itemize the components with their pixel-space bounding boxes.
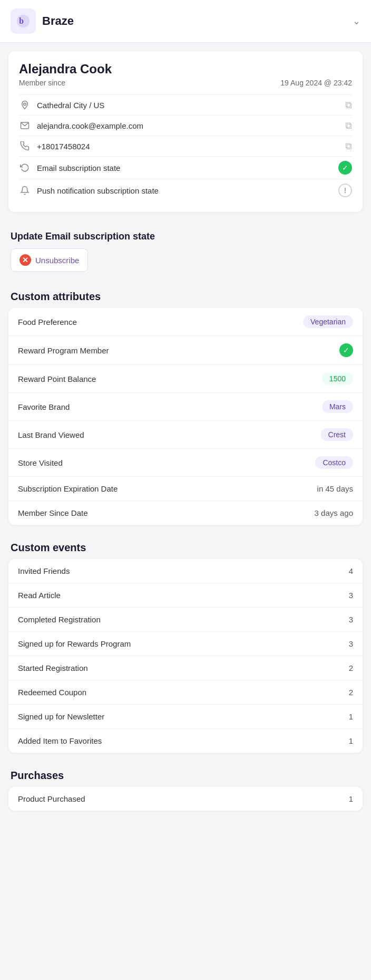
- attr-row-favorite-brand: Favorite Brand Mars: [8, 393, 363, 421]
- attr-label-reward-program: Reward Program Member: [18, 346, 109, 355]
- event-label-signed-up-newsletter: Signed up for Newsletter: [18, 712, 104, 721]
- member-since-row: Member since 19 Aug 2024 @ 23:42: [19, 79, 352, 87]
- copy-location-button[interactable]: ⧉: [345, 100, 352, 111]
- email-row: alejandra.cook@example.com ⧉: [19, 115, 352, 136]
- event-count-added-item-favorites: 1: [349, 736, 353, 745]
- attr-value-last-brand: Crest: [321, 428, 353, 441]
- event-count-invited-friends: 4: [349, 566, 353, 575]
- attr-value-favorite-brand: Mars: [322, 400, 353, 413]
- copy-phone-button[interactable]: ⧉: [345, 141, 352, 152]
- attr-label-favorite-brand: Favorite Brand: [18, 402, 70, 411]
- header-left: b Braze: [11, 8, 74, 34]
- event-count-read-article: 3: [349, 591, 353, 600]
- app-header: b Braze ⌄: [0, 0, 371, 43]
- location-icon: [19, 99, 31, 111]
- event-row-signed-up-rewards: Signed up for Rewards Program 3: [8, 632, 363, 656]
- event-row-started-registration: Started Registration 2: [8, 656, 363, 680]
- attr-row-food-preference: Food Preference Vegetarian: [8, 308, 363, 336]
- unsubscribe-icon: ✕: [19, 254, 31, 266]
- event-count-redeemed-coupon: 2: [349, 688, 353, 697]
- email-subscription-status: ✓: [338, 161, 352, 175]
- profile-card: Alejandra Cook Member since 19 Aug 2024 …: [8, 51, 363, 212]
- chevron-down-icon[interactable]: ⌄: [353, 15, 360, 27]
- event-label-invited-friends: Invited Friends: [18, 566, 70, 575]
- custom-events-title: Custom events: [0, 533, 371, 559]
- email-subscription-icon: [19, 162, 31, 174]
- purchases-list: Product Purchased 1: [8, 787, 363, 811]
- copy-email-button[interactable]: ⧉: [345, 120, 352, 131]
- push-subscription-text: Push notification subscription state: [37, 186, 159, 195]
- unsubscribe-label: Unsubscribe: [35, 256, 79, 265]
- event-label-completed-registration: Completed Registration: [18, 615, 101, 624]
- purchase-count-product: 1: [349, 794, 353, 803]
- attr-row-store-visited: Store Visited Costco: [8, 449, 363, 477]
- event-label-signed-up-rewards: Signed up for Rewards Program: [18, 639, 131, 648]
- purchase-row-product: Product Purchased 1: [8, 787, 363, 811]
- email-subscription-section: Update Email subscription state ✕ Unsubs…: [0, 220, 371, 282]
- member-since-date: 19 Aug 2024 @ 23:42: [280, 79, 352, 87]
- event-row-signed-up-newsletter: Signed up for Newsletter 1: [8, 705, 363, 729]
- email-icon: [19, 120, 31, 131]
- purchases-title: Purchases: [0, 761, 371, 787]
- location-row: Cathedral City / US ⧉: [19, 94, 352, 115]
- member-since-label: Member since: [19, 79, 65, 87]
- event-label-redeemed-coupon: Redeemed Coupon: [18, 688, 86, 697]
- attr-label-subscription-exp: Subscription Expiration Date: [18, 484, 118, 493]
- attr-row-reward-points: Reward Point Balance 1500: [8, 365, 363, 393]
- event-row-added-item-favorites: Added Item to Favorites 1: [8, 729, 363, 753]
- app-name: Braze: [42, 14, 74, 28]
- event-count-completed-registration: 3: [349, 615, 353, 624]
- attr-row-last-brand: Last Brand Viewed Crest: [8, 421, 363, 449]
- attr-label-last-brand: Last Brand Viewed: [18, 430, 84, 439]
- attr-value-reward-program: ✓: [339, 343, 353, 357]
- push-subscription-row: Push notification subscription state !: [19, 179, 352, 201]
- attr-value-subscription-exp: in 45 days: [317, 484, 353, 493]
- phone-icon: [19, 140, 31, 152]
- custom-attributes-title: Custom attributes: [0, 282, 371, 308]
- push-subscription-status: !: [338, 184, 352, 197]
- email-subscription-text: Email subscription state: [37, 164, 120, 172]
- phone-text: +18017458024: [37, 142, 90, 151]
- attr-label-member-since: Member Since Date: [18, 508, 88, 517]
- custom-attributes-list: Food Preference Vegetarian Reward Progra…: [8, 308, 363, 525]
- email-text: alejandra.cook@example.com: [37, 121, 143, 130]
- event-count-signed-up-rewards: 3: [349, 639, 353, 648]
- attr-label-store-visited: Store Visited: [18, 458, 63, 467]
- custom-events-list: Invited Friends 4 Read Article 3 Complet…: [8, 559, 363, 753]
- email-subscription-title: Update Email subscription state: [11, 231, 360, 242]
- attr-row-reward-program: Reward Program Member ✓: [8, 336, 363, 365]
- event-row-redeemed-coupon: Redeemed Coupon 2: [8, 680, 363, 705]
- event-label-started-registration: Started Registration: [18, 664, 88, 672]
- purchase-label-product: Product Purchased: [18, 794, 85, 803]
- event-row-read-article: Read Article 3: [8, 583, 363, 608]
- event-label-added-item-favorites: Added Item to Favorites: [18, 736, 102, 745]
- event-count-signed-up-newsletter: 1: [349, 712, 353, 721]
- unsubscribe-button[interactable]: ✕ Unsubscribe: [11, 248, 88, 272]
- attr-row-member-since: Member Since Date 3 days ago: [8, 501, 363, 525]
- attr-value-member-since: 3 days ago: [315, 508, 353, 517]
- location-text: Cathedral City / US: [37, 101, 104, 110]
- svg-text:b: b: [19, 16, 24, 25]
- profile-name: Alejandra Cook: [19, 62, 352, 76]
- attr-value-reward-points: 1500: [322, 372, 353, 385]
- svg-point-2: [24, 103, 26, 105]
- event-row-completed-registration: Completed Registration 3: [8, 608, 363, 632]
- event-count-started-registration: 2: [349, 664, 353, 672]
- attr-label-reward-points: Reward Point Balance: [18, 374, 96, 383]
- attr-label-food-preference: Food Preference: [18, 318, 77, 326]
- event-label-read-article: Read Article: [18, 591, 61, 600]
- phone-row: +18017458024 ⧉: [19, 136, 352, 156]
- push-subscription-icon: [19, 185, 31, 196]
- email-subscription-row: Email subscription state ✓: [19, 156, 352, 179]
- attr-value-food-preference: Vegetarian: [303, 315, 353, 328]
- braze-logo: b: [11, 8, 36, 34]
- attr-value-store-visited: Costco: [315, 456, 353, 469]
- attr-row-subscription-exp: Subscription Expiration Date in 45 days: [8, 477, 363, 501]
- event-row-invited-friends: Invited Friends 4: [8, 559, 363, 583]
